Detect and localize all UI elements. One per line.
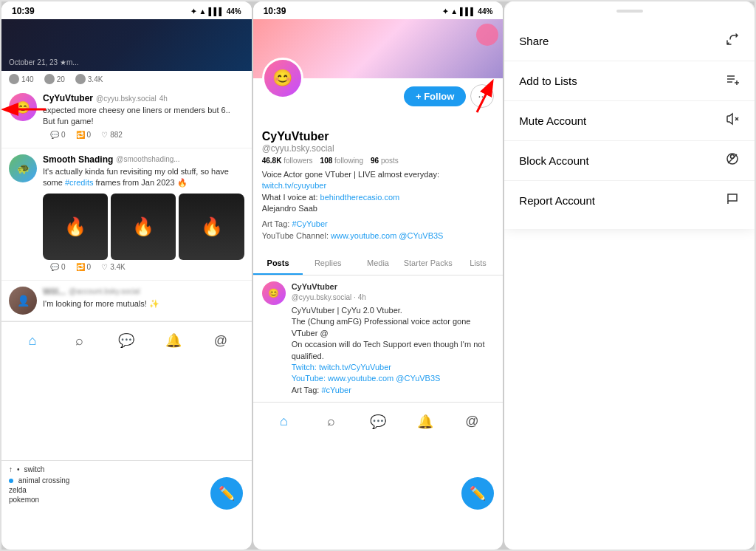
- avatar-cyyu-1: 😊: [9, 93, 37, 121]
- suggestion-1[interactable]: animal crossing: [9, 476, 244, 485]
- dot-1: [9, 479, 13, 483]
- follow-button-2[interactable]: + Follow: [404, 86, 466, 106]
- t1-reply[interactable]: 💬0: [50, 131, 66, 139]
- nav-messages-1[interactable]: 💬: [118, 332, 134, 349]
- stat-posts: 96 posts: [371, 157, 399, 165]
- tab-replies-2[interactable]: Replies: [303, 253, 353, 275]
- tab-posts-2[interactable]: Posts: [253, 253, 303, 275]
- tweet-1-text: expected more cheesy one liners or mende…: [43, 105, 244, 128]
- share-icon: [725, 32, 740, 50]
- more-button-2[interactable]: ···: [470, 84, 494, 108]
- wifi-icon-2: ▲: [450, 7, 458, 16]
- profile-tabs-2: Posts Replies Media Starter Packs Lists: [253, 253, 504, 276]
- media-3: 🔥: [179, 194, 244, 260]
- like-count: 140: [21, 75, 34, 83]
- repost-icon: [44, 74, 55, 84]
- nav-profile-1[interactable]: @: [213, 332, 229, 349]
- t2-like[interactable]: ♡3.4K: [101, 263, 126, 271]
- menu-report[interactable]: Report Account: [504, 181, 755, 220]
- tweet-3-content: Will... @account.bsky.social I'm looking…: [43, 287, 244, 315]
- profile-stats-2: 46.8K followers 108 following 96 posts: [262, 157, 495, 165]
- compose-button-1[interactable]: ✏️: [210, 477, 243, 510]
- t1-like[interactable]: ♡882: [101, 131, 123, 139]
- bluetooth-icon-2: ✦: [442, 7, 448, 16]
- wifi-icon: ▲: [199, 7, 206, 16]
- tweet-1-actions: 💬0 🔁0 ♡882: [43, 128, 244, 142]
- menu-handle: [616, 10, 643, 13]
- posts-label: posts: [381, 157, 399, 165]
- posts-count: 96: [371, 157, 379, 165]
- tweet-1-name: CyYuVtuber: [43, 93, 93, 103]
- tweet-item-3[interactable]: 👤 Will... @account.bsky.social I'm looki…: [1, 281, 252, 321]
- nav-notifications-2[interactable]: 🔔: [417, 414, 433, 430]
- block-icon: [725, 151, 740, 170]
- menu-share[interactable]: Share: [504, 21, 755, 61]
- status-icons-2: ✦ ▲ ▌▌▌ 44%: [442, 7, 492, 16]
- tweet-feed: 140 20 3.4K 😊: [1, 19, 252, 321]
- suggestions-list: ↑ • switch animal crossing zelda pokemon: [9, 465, 244, 504]
- profile-tweet-2[interactable]: 😊 CyYuVtuber @cyyu.bsky.social · 4h CyYu…: [253, 276, 504, 403]
- casting-link[interactable]: behindtherecasio.com: [320, 193, 400, 202]
- nav-search-1[interactable]: ⌕: [72, 332, 88, 349]
- menu-add-to-lists[interactable]: Add to Lists: [504, 61, 755, 101]
- art-tag[interactable]: #CyYuber: [292, 219, 327, 228]
- nav-notifications-1[interactable]: 🔔: [165, 332, 182, 349]
- nav-messages-2[interactable]: 💬: [370, 414, 386, 430]
- repost-count: 20: [57, 75, 65, 83]
- stat-followers: 46.8K followers: [262, 157, 313, 165]
- tweet-2-text: It's actually kinda fun revisiting my ol…: [43, 166, 244, 189]
- like-action[interactable]: 140: [9, 74, 34, 84]
- status-icons-1: ✦ ▲ ▌▌▌ 44%: [190, 7, 241, 16]
- nav-profile-2[interactable]: @: [464, 414, 480, 430]
- tweet-3-text: I'm looking for more mutuals! ✨: [43, 298, 244, 309]
- tab-lists-2[interactable]: Lists: [453, 253, 504, 275]
- heart-icon: [9, 74, 19, 84]
- tweet-item-1[interactable]: 😊 CyYuVtuber @cyyu.bsky.social 4h expect…: [1, 87, 252, 148]
- arrow-up-icon: ↑: [9, 465, 13, 473]
- menu-mute[interactable]: Mute Account: [504, 101, 755, 141]
- following-count: 108: [320, 157, 333, 165]
- bluetooth-icon: ✦: [190, 7, 196, 16]
- t2-repost[interactable]: 🔁0: [76, 263, 92, 271]
- time-2: 10:39: [264, 6, 286, 16]
- phone-1: 10:39 ✦ ▲ ▌▌▌ 44% 140: [1, 1, 252, 550]
- flame-icon-3: 🔥: [201, 216, 223, 237]
- avatar-person: 👤: [9, 287, 37, 315]
- nav-home-2[interactable]: ⌂: [276, 414, 292, 430]
- dot-icon: •: [17, 465, 20, 473]
- tweet-2-handle: @smoothshading...: [116, 155, 179, 163]
- youtube-link[interactable]: www.youtube.com @CYuVB3S: [331, 231, 443, 240]
- tweet-3-name: Will...: [43, 287, 66, 297]
- context-menu: Share Add to Lists: [504, 1, 755, 229]
- repost-action[interactable]: 20: [44, 74, 65, 84]
- tweet-2-tag: #credits: [65, 178, 94, 187]
- nav-search-2[interactable]: ⌕: [323, 414, 339, 430]
- tab-starter-packs-2[interactable]: Starter Packs: [403, 253, 453, 275]
- voice-actor-name: Alejandro Saab: [262, 204, 317, 213]
- tweet-2-content: Smooth Shading @smoothshading... It's ac…: [43, 154, 244, 274]
- tab-media-2[interactable]: Media: [353, 253, 403, 275]
- twitch-link[interactable]: twitch.tv/cyuyuber: [262, 181, 326, 190]
- suggestion-3[interactable]: pokemon: [9, 496, 244, 504]
- tweet-1-handle: @cyyu.bsky.social: [96, 95, 157, 103]
- compose-button-2[interactable]: ✏️: [461, 477, 494, 510]
- add-to-lists-icon: [725, 72, 740, 90]
- tweet-2-name: Smooth Shading: [43, 154, 113, 165]
- nav-home-1[interactable]: ⌂: [24, 332, 41, 349]
- tweet-item-2[interactable]: 🐢 Smooth Shading @smoothshading... It's …: [1, 148, 252, 281]
- following-label: following: [334, 157, 363, 165]
- menu-block[interactable]: Block Account: [504, 141, 755, 181]
- flame-icon-2: 🔥: [132, 216, 154, 237]
- t2-reply[interactable]: 💬0: [50, 263, 66, 271]
- suggestion-2[interactable]: zelda: [9, 486, 244, 494]
- profile-name-2: CyYuVtuber: [262, 130, 495, 143]
- time-1: 10:39: [12, 6, 35, 16]
- quote-action[interactable]: 3.4K: [75, 74, 103, 84]
- status-bar-1: 10:39 ✦ ▲ ▌▌▌ 44%: [1, 1, 252, 19]
- tweet-2-header: Smooth Shading @smoothshading...: [43, 154, 244, 165]
- block-label: Block Account: [519, 154, 588, 167]
- profile-tags-2: Art Tag: #CyYuber YouTube Channel: www.y…: [262, 218, 495, 242]
- stat-following: 108 following: [320, 157, 363, 165]
- suggestion-header: switch: [24, 465, 45, 473]
- t1-repost[interactable]: 🔁0: [76, 131, 92, 139]
